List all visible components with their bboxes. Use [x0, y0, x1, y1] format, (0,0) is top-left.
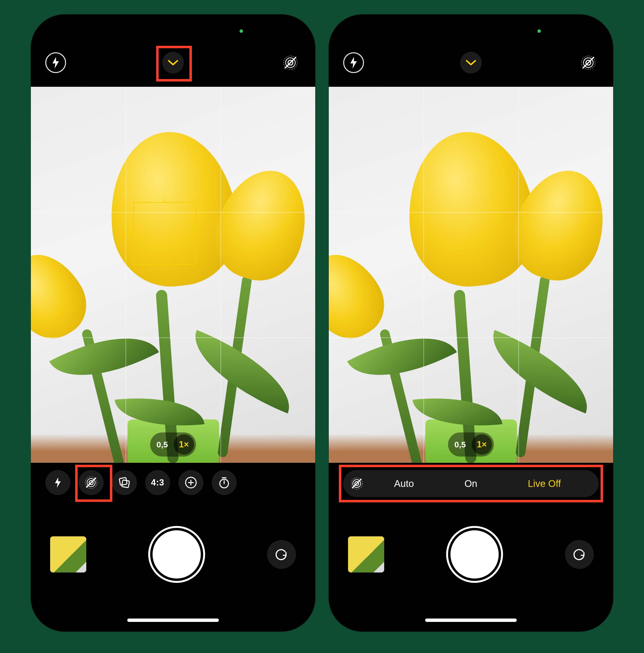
grid-line [31, 337, 315, 338]
home-indicator[interactable] [127, 619, 219, 622]
live-off-icon [84, 475, 98, 490]
camera-tool-row: 4:3 [31, 470, 315, 495]
flash-button[interactable] [343, 52, 364, 73]
focus-indicator [133, 202, 196, 265]
svg-line-23 [352, 479, 361, 488]
chevron-down-icon [168, 59, 178, 66]
camera-flip-icon [274, 547, 289, 562]
home-indicator[interactable] [425, 619, 517, 622]
camera-top-bar [329, 48, 613, 77]
zoom-selector[interactable]: 0,5 1× [150, 432, 196, 457]
flash-button[interactable] [45, 52, 66, 73]
live-option-on[interactable]: On [439, 478, 502, 489]
svg-rect-8 [119, 478, 127, 485]
photographic-styles-icon [118, 476, 131, 489]
timer-icon [218, 476, 230, 489]
camera-flip-button[interactable] [267, 540, 296, 569]
live-photo-options-bar: Auto On Live Off [343, 470, 599, 497]
grid-line [126, 87, 126, 463]
camera-flip-icon [572, 547, 587, 562]
grid-line [518, 87, 519, 463]
phone-left: 0,5 1× 4:3 [31, 15, 315, 632]
live-option-off[interactable]: Live Off [502, 478, 596, 489]
live-off-icon [580, 55, 596, 70]
svg-line-7 [86, 478, 96, 487]
zoom-0-5x[interactable]: 0,5 [450, 434, 470, 455]
chevron-down-icon [466, 59, 476, 66]
phone-right: 0,5 1× Auto On Live Off [329, 15, 613, 632]
svg-line-19 [583, 57, 594, 68]
options-toggle-button[interactable] [460, 52, 482, 74]
live-photo-option-icon[interactable] [345, 471, 369, 495]
svg-rect-9 [122, 480, 129, 488]
last-photo-thumbnail[interactable] [348, 536, 384, 573]
zoom-selector[interactable]: 0,5 1× [448, 432, 494, 457]
privacy-indicator-dot [240, 29, 243, 33]
grid-line [423, 87, 424, 463]
shutter-button[interactable] [153, 530, 201, 579]
viewfinder[interactable]: 0,5 1× [329, 87, 613, 463]
capture-row [329, 528, 613, 581]
exposure-button[interactable] [178, 470, 203, 495]
live-photo-button[interactable] [280, 52, 301, 73]
flash-icon [349, 57, 358, 69]
zoom-1x[interactable]: 1× [174, 434, 194, 455]
live-off-icon [350, 477, 364, 490]
flash-icon [54, 477, 62, 488]
grid-line [329, 337, 613, 338]
timer-button[interactable] [212, 470, 237, 495]
aspect-ratio-button[interactable]: 4:3 [145, 470, 170, 495]
live-option-auto[interactable]: Auto [369, 478, 439, 489]
camera-flip-button[interactable] [565, 540, 594, 569]
flash-tool-button[interactable] [45, 470, 70, 495]
live-off-icon [283, 55, 298, 70]
subject-flowers [31, 87, 315, 463]
svg-line-3 [285, 57, 296, 68]
zoom-1x[interactable]: 1× [472, 434, 492, 455]
photographic-styles-button[interactable] [112, 470, 137, 495]
privacy-indicator-dot [538, 29, 541, 33]
flash-icon [51, 57, 60, 69]
shutter-button[interactable] [450, 530, 499, 579]
live-photo-tool-button[interactable] [79, 470, 104, 495]
exposure-icon [184, 476, 197, 489]
capture-row [31, 528, 315, 581]
grid-line [221, 87, 221, 463]
options-toggle-button[interactable] [162, 52, 184, 74]
camera-top-bar [31, 48, 315, 77]
live-photo-button[interactable] [578, 52, 599, 73]
zoom-0-5x[interactable]: 0,5 [152, 434, 172, 455]
viewfinder[interactable]: 0,5 1× [31, 87, 315, 463]
last-photo-thumbnail[interactable] [50, 536, 86, 573]
subject-flowers [329, 87, 613, 463]
grid-line [329, 212, 613, 213]
